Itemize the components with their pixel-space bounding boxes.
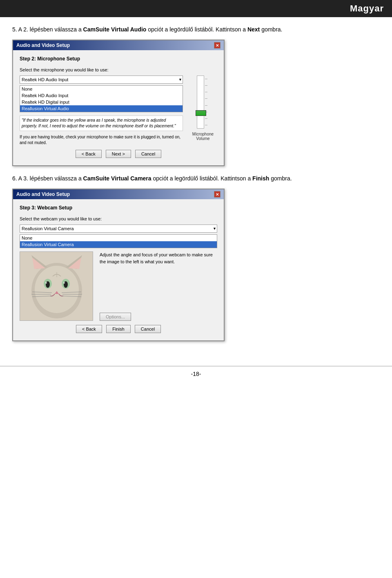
section5-text-before: 5. A 2. lépésben válassza a: [12, 26, 83, 33]
webcam-dropdown-arrow-icon: ▼: [213, 227, 216, 231]
section6-bold1: CamSuite Virtual Camera: [83, 175, 151, 182]
tick-4: [205, 98, 207, 99]
listbox-item-realtek-hd-digital[interactable]: Realtek HD Digital input: [20, 99, 183, 105]
listbox-item-none[interactable]: None: [20, 86, 183, 92]
tick-8: [205, 125, 207, 125]
options-button[interactable]: Options...: [100, 313, 131, 321]
section5-text-middle: opciót a legördülő listából. Kattintson …: [146, 26, 247, 33]
dialog1-next-button[interactable]: Next >: [106, 150, 131, 158]
dialog2-close-button[interactable]: ✕: [214, 191, 220, 198]
dialog2-body: Step 3: Webcam Setup Select the webcam y…: [13, 199, 224, 340]
webcam-preview: [20, 251, 93, 321]
webcam-listbox-reallusion[interactable]: Reallusion Virtual Camera: [20, 241, 217, 248]
tick-marks: [205, 76, 209, 129]
options-btn-container: Options...: [100, 305, 217, 321]
dialog-webcam: Audio and Video Setup ✕ Step 3: Webcam S…: [12, 189, 225, 341]
mic-left-panel: Realtek HD Audio Input ▼ None Realtek HD…: [20, 76, 183, 146]
dialog1-cancel-button[interactable]: Cancel: [135, 150, 161, 158]
section6-text-middle: opciót a legördülő listából. Kattintson …: [151, 175, 253, 182]
tick-5: [205, 105, 207, 106]
section6-bold2: Finish: [252, 175, 269, 182]
dialog1-titlebar: Audio and Video Setup ✕: [13, 40, 224, 50]
webcam-listbox-none[interactable]: None: [20, 235, 217, 241]
dialog1-title: Audio and Video Setup: [16, 42, 70, 48]
section5-text-after: gombra.: [260, 26, 282, 33]
mic-layout: Realtek HD Audio Input ▼ None Realtek HD…: [20, 76, 217, 146]
dialog2-title: Audio and Video Setup: [16, 191, 70, 197]
volume-wrapper: [197, 76, 209, 129]
mic-listbox[interactable]: None Realtek HD Audio Input Realtek HD D…: [20, 85, 183, 112]
mic-volume-panel: MicrophoneVolume: [189, 76, 217, 141]
webcam-layout: Adjust the angle and focus of your webca…: [20, 251, 217, 321]
dialog1-body: Step 2: Microphone Setup Select the micr…: [13, 50, 224, 165]
volume-indicator: [196, 110, 206, 116]
tick-3: [205, 92, 207, 92]
dialog2-section-label: Select the webcam you would like to use:: [20, 216, 217, 221]
dialog-microphone: Audio and Video Setup ✕ Step 2: Micropho…: [12, 40, 225, 166]
webcam-dropdown[interactable]: Reallusion Virtual Camera ▼: [20, 225, 217, 233]
dialog2-buttons: < Back Finish Cancel: [20, 321, 217, 335]
mic-dropdown-value: Realtek HD Audio Input: [22, 77, 68, 82]
dialog2-titlebar: Audio and Video Setup ✕: [13, 189, 224, 199]
tick-7: [205, 118, 207, 119]
dialog1-step-title: Step 2: Microphone Setup: [20, 56, 217, 62]
main-content: 5. A 2. lépésben válassza a CamSuite Vir…: [0, 17, 392, 358]
section6-text-before: 6. A 3. lépésben válassza a: [12, 175, 83, 182]
section6-paragraph: 6. A 3. lépésben válassza a CamSuite Vir…: [12, 174, 380, 183]
webcam-desc-text: Adjust the angle and focus of your webca…: [100, 251, 217, 305]
webcam-dropdown-container: Reallusion Virtual Camera ▼: [20, 225, 217, 233]
webcam-dropdown-value: Reallusion Virtual Camera: [22, 226, 74, 231]
cat-preview-svg: [20, 252, 93, 321]
section5-bold1: CamSuite Virtual Audio: [83, 26, 147, 33]
page-number: -18-: [0, 367, 392, 381]
mic-dropdown-container: Realtek HD Audio Input ▼: [20, 76, 183, 84]
dialog1-back-button[interactable]: < Back: [76, 150, 102, 158]
svg-point-11: [45, 282, 47, 284]
mic-dropdown[interactable]: Realtek HD Audio Input ▼: [20, 76, 183, 84]
dialog1-close-button[interactable]: ✕: [214, 42, 220, 49]
tick-1: [205, 79, 207, 79]
tick-2: [205, 85, 207, 86]
dialog1-buttons: < Back Next > Cancel: [20, 146, 217, 160]
section5-bold2: Next: [247, 26, 260, 33]
dialog1-section-label: Select the microphone you would like to …: [20, 67, 217, 72]
mic-note-text: "If the indicator goes into the yellow a…: [20, 116, 183, 131]
dialog2-cancel-button[interactable]: Cancel: [135, 325, 161, 333]
section5-paragraph: 5. A 2. lépésben válassza a CamSuite Vir…: [12, 25, 380, 34]
volume-track[interactable]: [197, 76, 204, 129]
volume-label: MicrophoneVolume: [192, 132, 214, 141]
dialog2-back-button[interactable]: < Back: [76, 325, 102, 333]
svg-point-12: [63, 282, 65, 284]
page-header: Magyar: [0, 0, 392, 17]
webcam-right-panel: Adjust the angle and focus of your webca…: [100, 251, 217, 321]
webcam-listbox[interactable]: None Reallusion Virtual Camera: [20, 234, 217, 248]
dialog2-finish-button[interactable]: Finish: [106, 325, 131, 333]
listbox-item-realtek-hd-audio[interactable]: Realtek HD Audio Input: [20, 92, 183, 99]
header-title: Magyar: [350, 3, 384, 13]
mic-trouble-text: If you are having trouble, check your mi…: [20, 134, 183, 146]
dialog2-step-title: Step 3: Webcam Setup: [20, 205, 217, 211]
section6-text-after: gombra.: [269, 175, 292, 182]
dropdown-arrow-icon: ▼: [178, 78, 182, 82]
listbox-item-reallusion-virtual[interactable]: Reallusion Virtual Audio: [20, 105, 183, 112]
